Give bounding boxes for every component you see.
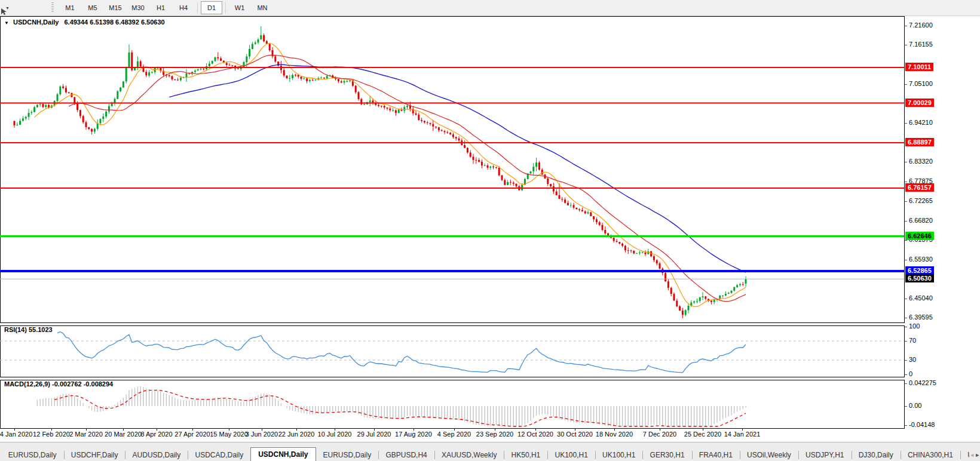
price-axis-label: 6.55930 — [905, 256, 933, 263]
date-axis-tick — [123, 429, 124, 431]
date-axis-tick — [374, 429, 375, 431]
price-axis-label: 7.16155 — [905, 41, 933, 48]
date-axis-label: 25 Dec 2020 — [684, 431, 721, 438]
timeframe-button-m5[interactable]: M5 — [82, 1, 103, 14]
chart-tab-china300-h1[interactable]: CHINA300,H1 — [901, 449, 960, 461]
chart-tab-usdcad-daily[interactable]: USDCAD,Daily — [188, 449, 250, 461]
date-axis-label: 3 Jun 2020 — [246, 431, 278, 438]
date-axis-tick — [535, 429, 536, 431]
date-axis-label: 4 Sep 2020 — [437, 431, 471, 438]
date-axis-tick — [703, 429, 703, 431]
date-axis-label: 29 Jul 2020 — [357, 431, 391, 438]
mt4-terminal: ▼ M1M5M15M30H1H4D1W1MN ▼ USDCNH,Daily 6.… — [0, 0, 980, 461]
tab-scroll-right-button[interactable]: ► — [975, 450, 980, 460]
date-axis-tick — [262, 429, 262, 431]
date-axis-label: 22 Jun 2020 — [278, 431, 315, 438]
timeframe-button-m1[interactable]: M1 — [59, 1, 81, 14]
timeframe-button-w1[interactable]: W1 — [229, 1, 250, 14]
ohlc-readout: 6.49344 6.51398 6.48392 6.50630 — [64, 19, 164, 26]
timeframe-button-mn[interactable]: MN — [252, 1, 273, 14]
chart-tab-dj30-daily[interactable]: DJ30,Daily — [852, 449, 901, 461]
rsi-axis-label: 30 — [905, 356, 916, 363]
date-axis-label: 27 Apr 2020 — [174, 431, 210, 438]
date-axis-label: 17 Aug 2020 — [395, 431, 432, 438]
price-axis-label: 6.45040 — [905, 294, 933, 302]
chart-tab-usdjpy-h1[interactable]: USDJPY,H1 — [798, 449, 851, 461]
timeframe-button-h1[interactable]: H1 — [150, 1, 172, 14]
date-axis-label: 24 Jan 2020 — [0, 431, 32, 438]
price-axis-label: 6.83320 — [905, 158, 933, 165]
date-axis-tick — [495, 429, 495, 431]
date-axis-label: 8 Apr 2020 — [140, 431, 172, 438]
date-axis-label: 15 May 2020 — [210, 431, 248, 438]
chart-tab-usoil-weekly[interactable]: USOil,Weekly — [740, 449, 798, 461]
macd-label: MACD(12,26,9) -0.002762 -0.008294 — [4, 380, 113, 388]
chart-title: ▼ USDCNH,Daily 6.49344 6.51398 6.48392 6… — [4, 19, 165, 26]
timeframe-button-d1[interactable]: D1 — [201, 1, 222, 14]
macd-axis-label: -0.04148 — [905, 421, 935, 428]
date-axis-tick — [575, 429, 575, 431]
current-price-label: 6.50630 — [905, 274, 934, 282]
collapse-arrow-icon[interactable]: ▼ — [4, 20, 9, 26]
price-axis[interactable]: 7.216007.161557.051006.942106.833206.778… — [905, 16, 980, 429]
timeframe-toolbar: ▼ M1M5M15M30H1H4D1W1MN — [0, 0, 980, 16]
date-axis-tick — [157, 429, 157, 431]
rsi-chart-canvas[interactable] — [0, 324, 904, 377]
chart-tab-uk100-h1[interactable]: UK100,H1 — [547, 449, 595, 461]
chart-tab-ger30-h1[interactable]: GER30,H1 — [643, 449, 692, 461]
toolbar-drag-handle[interactable] — [51, 2, 54, 13]
chart-tab-eurusd-daily[interactable]: EURUSD,Daily — [316, 449, 379, 461]
date-axis-tick — [229, 429, 229, 431]
macd-axis-label: 0.042275 — [905, 379, 936, 386]
date-axis-tick — [335, 429, 335, 431]
chart-tab-usdchf-daily[interactable]: USDCHF,Daily — [64, 449, 125, 461]
timeframe-buttons: M1M5M15M30H1H4D1W1MN — [59, 1, 274, 14]
date-axis-tick — [742, 429, 743, 431]
date-axis-tick — [614, 429, 615, 431]
price-axis-label: 6.72265 — [905, 197, 933, 204]
chart-tab-fra40-h1[interactable]: FRA40,H1 — [692, 449, 740, 461]
date-axis-label: 2 Mar 2020 — [69, 431, 103, 438]
hline-price-label: 7.00029 — [905, 99, 934, 107]
date-axis-label: 10 Jul 2020 — [318, 431, 352, 438]
chart-tab-gbpusd-h4[interactable]: GBPUSD,H4 — [378, 449, 434, 461]
date-axis-label: 14 Jan 2021 — [724, 431, 761, 438]
date-axis-tick — [86, 429, 87, 431]
date-axis-label: 12 Oct 2020 — [517, 431, 553, 438]
hline-price-label: 6.76157 — [905, 183, 934, 192]
chart-tab-bar: EURUSD,DailyUSDCHF,DailyAUDUSD,DailyUSDC… — [0, 442, 980, 461]
timeframe-button-m15[interactable]: M15 — [105, 1, 126, 14]
macd-chart-canvas[interactable] — [0, 379, 904, 428]
date-axis-label: 18 Nov 2020 — [596, 431, 633, 438]
chart-tab-xauusd-weekly[interactable]: XAUUSD,Weekly — [434, 449, 504, 461]
hline-price-label: 6.88897 — [905, 138, 934, 146]
chart-tab-eurusd-daily[interactable]: EURUSD,Daily — [1, 449, 64, 461]
price-axis-label: 6.39595 — [905, 314, 933, 321]
rsi-label: RSI(14) 55.1023 — [4, 326, 53, 333]
chart-tab-hk50-h1[interactable]: HK50,H1 — [504, 449, 548, 461]
timeframe-button-m30[interactable]: M30 — [127, 1, 149, 14]
date-axis-tick — [14, 429, 15, 431]
date-axis-tick — [660, 429, 660, 431]
price-chart-canvas[interactable] — [0, 17, 904, 322]
chart-tab-us[interactable]: US — [960, 449, 969, 461]
rsi-axis-label: 0 — [905, 370, 912, 377]
date-axis-label: 20 Mar 2020 — [105, 431, 142, 438]
hline-price-label: 6.52865 — [905, 266, 934, 275]
macd-axis-label: 0.00 — [905, 402, 921, 409]
date-axis-tick — [296, 429, 297, 431]
chart-tab-uk100-h1[interactable]: UK100,H1 — [595, 449, 642, 461]
date-axis-label: 23 Sep 2020 — [476, 431, 513, 438]
price-axis-label: 6.94210 — [905, 119, 933, 126]
toolbar-group-separator — [225, 2, 226, 13]
date-axis-label: 30 Oct 2020 — [557, 431, 593, 438]
tab-scroll-left-button[interactable]: ◄ — [969, 450, 975, 460]
price-axis-label: 7.05100 — [905, 80, 933, 87]
date-axis-tick — [414, 429, 414, 431]
price-axis-label: 7.21600 — [905, 21, 933, 29]
cursor-tool-button[interactable]: ▼ — [4, 6, 27, 10]
chart-tab-usdcnh-daily[interactable]: USDCNH,Daily — [250, 447, 316, 461]
timeframe-button-h4[interactable]: H4 — [173, 1, 194, 14]
chart-tab-audusd-daily[interactable]: AUDUSD,Daily — [125, 449, 188, 461]
hline-price-label: 7.10011 — [905, 63, 933, 71]
